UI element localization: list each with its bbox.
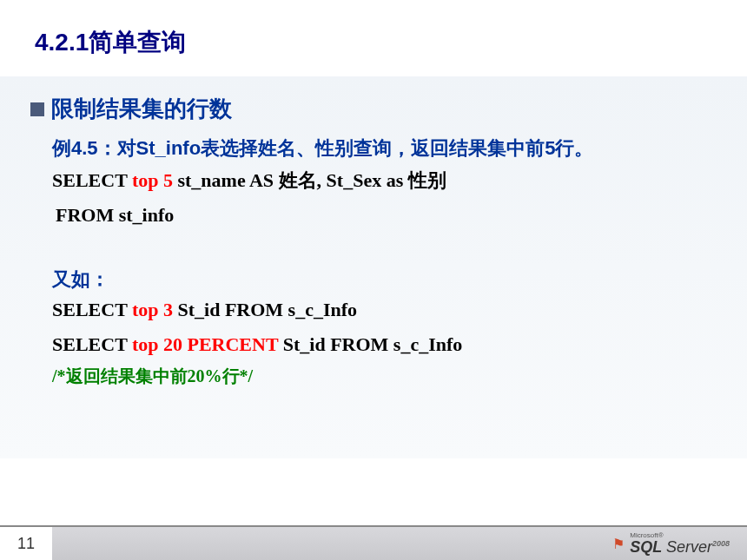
content-area: 限制结果集的行数 例4.5：对St_info表选择姓名、性别查询，返回结果集中前… bbox=[0, 76, 747, 458]
sql-statement-3: SELECT top 20 PERCENT St_id FROM s_c_Inf… bbox=[52, 327, 712, 362]
sql-top-percent-keyword: top 20 PERCENT bbox=[132, 333, 278, 355]
logo-sql-server: SQL Server2008 bbox=[630, 539, 730, 555]
sql-rest: St_id FROM s_c_Info bbox=[278, 333, 462, 355]
sql-from-clause-1: FROM st_info bbox=[56, 198, 712, 233]
sql-select-keyword: SELECT bbox=[52, 299, 132, 320]
sql-logo-icon: ⚑ bbox=[612, 536, 625, 552]
section-title: 限制结果集的行数 bbox=[51, 94, 232, 124]
sql-logo-text: Microsoft® SQL Server2008 bbox=[630, 532, 730, 555]
sql-top-keyword: top 5 bbox=[132, 169, 173, 191]
sql-select-keyword: SELECT bbox=[52, 169, 132, 191]
page-number: 11 bbox=[0, 525, 52, 560]
sql-statement-1: SELECT top 5 st_name AS 姓名, St_Sex as 性别 bbox=[52, 163, 712, 198]
sql-comment: /*返回结果集中前20%行*/ bbox=[52, 362, 712, 390]
sql-top-keyword: top 3 bbox=[132, 299, 173, 320]
sql-server-logo: ⚑ Microsoft® SQL Server2008 bbox=[612, 532, 730, 555]
footer-bar: ⚑ Microsoft® SQL Server2008 bbox=[52, 525, 747, 560]
example-label-2: 又如： bbox=[52, 267, 712, 293]
sql-columns: st_name AS 姓名, St_Sex as 性别 bbox=[173, 169, 446, 191]
slide-footer: 11 ⚑ Microsoft® SQL Server2008 bbox=[0, 525, 747, 560]
sql-rest: St_id FROM s_c_Info bbox=[173, 299, 357, 320]
section-header: 限制结果集的行数 bbox=[30, 94, 712, 124]
slide-title: 4.2.1简单查询 bbox=[0, 0, 747, 76]
example-description: 例4.5：对St_info表选择姓名、性别查询，返回结果集中前5行。 bbox=[52, 133, 712, 163]
sql-select-keyword: SELECT bbox=[52, 333, 132, 355]
sql-statement-2: SELECT top 3 St_id FROM s_c_Info bbox=[52, 293, 712, 327]
bullet-icon bbox=[30, 102, 44, 116]
